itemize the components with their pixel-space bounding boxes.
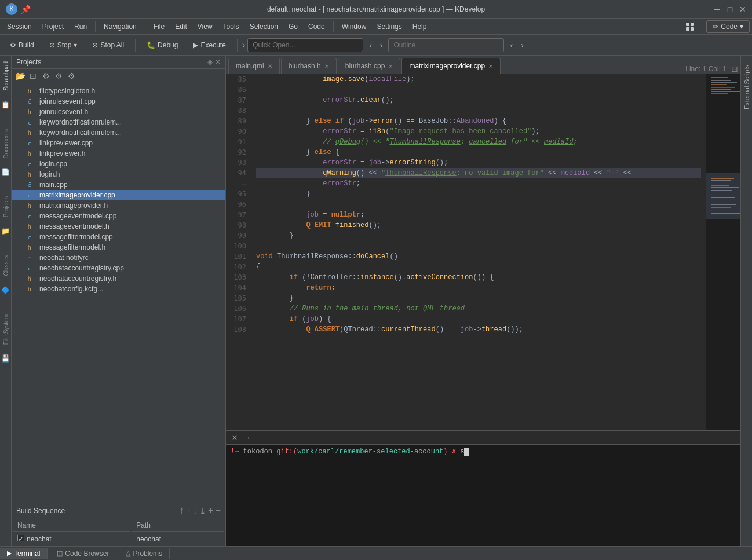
proj-settings-icon[interactable]: ⚙ (41, 71, 51, 81)
menu-session[interactable]: Session (2, 20, 36, 33)
tab-main-qml[interactable]: main.qml ✕ (228, 58, 280, 74)
list-item[interactable]: h messageeventmodel.h (12, 221, 225, 232)
minimap (706, 74, 740, 430)
list-item[interactable]: c̈ messageeventmodel.cpp (12, 211, 225, 221)
build-seq-add[interactable]: + (208, 506, 213, 515)
list-item[interactable]: h matriximageprovider.h (12, 200, 225, 211)
list-item[interactable]: c̈ matriximageprovider.cpp (12, 190, 225, 200)
tab-close-matriximageprovider[interactable]: ✕ (488, 63, 493, 69)
tab-documents[interactable]: Documents (0, 123, 11, 166)
terminal-content[interactable]: !→ tokodon git:(work/carl/remember-selec… (226, 445, 740, 546)
menu-edit[interactable]: Edit (170, 20, 192, 33)
stop-button[interactable]: ⊘ Stop ▾ (43, 38, 84, 52)
list-item[interactable]: c̈ linkpreviewer.cpp (12, 138, 225, 148)
stop-all-button[interactable]: ⊘ Stop All (86, 38, 130, 52)
tab-filesystem[interactable]: File System (0, 309, 11, 352)
list-item[interactable]: c̈ keywordnotificationrulem... (12, 117, 225, 127)
scratchpad-icon[interactable]: 📋 (1, 100, 10, 109)
menu-settings[interactable]: Settings (372, 20, 406, 33)
terminal-close-icon[interactable]: ✕ (229, 433, 240, 443)
file-name: neochataccountregistry.h (39, 274, 116, 283)
nav-back-button[interactable]: ‹ (366, 39, 375, 52)
terminal-arrow-icon[interactable]: → (242, 433, 253, 443)
build-seq-remove[interactable]: − (216, 506, 221, 515)
nav-forward-button[interactable]: › (377, 39, 386, 52)
svg-rect-19 (711, 196, 728, 196)
panel-pin-icon[interactable]: ◈ (207, 58, 213, 66)
debug-button[interactable]: 🐛 Debug (140, 38, 184, 52)
tab-blurhash-h[interactable]: blurhash.h ✕ (281, 58, 337, 74)
menu-go[interactable]: Go (284, 20, 302, 33)
code-content[interactable]: image.save(localFile); errorStr.clear();… (251, 74, 706, 430)
outline-nav-prev[interactable]: ‹ (506, 39, 516, 52)
list-item[interactable]: h linkpreviewer.h (12, 148, 225, 159)
close-button[interactable]: ✕ (738, 5, 747, 14)
list-item[interactable]: c̈ neochataccountregistry.cpp (12, 263, 225, 273)
menu-run[interactable]: Run (70, 20, 92, 33)
menu-navigation[interactable]: Navigation (99, 20, 141, 33)
classes-icon[interactable]: 🔷 (1, 286, 10, 295)
maximize-button[interactable]: □ (725, 5, 735, 14)
tab-problems[interactable]: △ Problems (119, 548, 170, 559)
code-mode-button[interactable]: ✏ Code ▾ (706, 20, 750, 33)
list-item[interactable]: c̈ messagefiltermodel.cpp (12, 232, 225, 242)
list-item[interactable]: c̈ main.cpp (12, 180, 225, 190)
tab-close-blurhash-cpp[interactable]: ✕ (388, 63, 393, 69)
more-tools-button[interactable]: › (242, 40, 245, 50)
list-item[interactable]: h joinrulesevent.h (12, 107, 225, 117)
proj-more-icon[interactable]: ⚙ (66, 71, 76, 81)
menu-help[interactable]: Help (408, 20, 432, 33)
tab-code-browser[interactable]: ◫ Code Browser (50, 548, 116, 559)
problems-icon: △ (126, 550, 130, 557)
build-seq-up-all[interactable]: ⤒ (178, 506, 185, 515)
menu-tools[interactable]: Tools (218, 20, 244, 33)
panel-close-icon[interactable]: ✕ (215, 58, 221, 66)
list-item[interactable]: ≡ neochat.notifyrc (12, 252, 225, 263)
tab-projects[interactable]: Projects (0, 191, 11, 224)
list-item[interactable]: h keywordnotificationrulem... (12, 127, 225, 138)
file-type-icon: h (28, 224, 37, 230)
outline-input[interactable] (388, 38, 504, 52)
menu-selection[interactable]: Selection (245, 20, 283, 33)
quick-open-input[interactable] (247, 38, 363, 52)
list-item[interactable]: h login.h (12, 169, 225, 180)
tab-terminal[interactable]: ▶ Terminal (0, 548, 48, 559)
menu-view[interactable]: View (193, 20, 217, 33)
list-item[interactable]: c̈ joinrulesevent.cpp (12, 96, 225, 107)
projects-icon[interactable]: 📁 (1, 226, 10, 236)
tab-scratchpad[interactable]: Scratchpad (0, 56, 11, 98)
menu-project[interactable]: Project (38, 20, 68, 33)
execute-button[interactable]: ▶ Execute (187, 38, 232, 52)
tab-blurhash-cpp[interactable]: blurhash.cpp ✕ (338, 58, 401, 74)
proj-folder-icon[interactable]: 📂 (15, 71, 25, 81)
list-item[interactable]: h neochataccountregistry.h (12, 273, 225, 284)
documents-icon[interactable]: 📄 (1, 167, 10, 177)
menu-window[interactable]: Window (337, 20, 371, 33)
tab-close-blurhash-h[interactable]: ✕ (324, 63, 329, 69)
list-item[interactable]: h filetypesingleton.h (12, 86, 225, 96)
layout-icon[interactable]: ⊟ (731, 64, 738, 74)
tab-close-main-qml[interactable]: ✕ (268, 63, 272, 69)
build-seq-down-all[interactable]: ⤓ (199, 506, 206, 515)
window-pin-icon[interactable]: 📌 (21, 5, 31, 14)
external-scripts-tab[interactable]: External Scripts (742, 60, 752, 114)
file-type-icon: c̈ (28, 119, 37, 126)
tab-matriximageprovider-cpp[interactable]: matriximageprovider.cpp ✕ (401, 58, 501, 74)
table-row[interactable]: ✓neochat neochat (13, 533, 224, 545)
outline-nav-next[interactable]: › (517, 39, 527, 52)
filesystem-icon[interactable]: 💾 (1, 354, 10, 363)
list-item[interactable]: h messagefiltermodel.h (12, 242, 225, 252)
grid-view-icon[interactable] (686, 23, 694, 31)
build-button[interactable]: ⚙ Build (3, 38, 41, 52)
tab-classes[interactable]: Classes (0, 250, 11, 283)
list-item[interactable]: h neochatconfig.kcfg... (12, 284, 225, 294)
proj-sync-icon[interactable]: ⊟ (28, 71, 38, 81)
proj-config-icon[interactable]: ⚙ (53, 71, 64, 81)
minimize-button[interactable]: ─ (713, 5, 722, 14)
build-seq-down[interactable]: ↓ (193, 506, 197, 515)
build-row-checkbox[interactable]: ✓ (17, 535, 24, 541)
menu-code[interactable]: Code (304, 20, 330, 33)
list-item[interactable]: c̈ login.cpp (12, 159, 225, 169)
build-seq-up[interactable]: ↑ (187, 506, 191, 515)
menu-file[interactable]: File (149, 20, 169, 33)
